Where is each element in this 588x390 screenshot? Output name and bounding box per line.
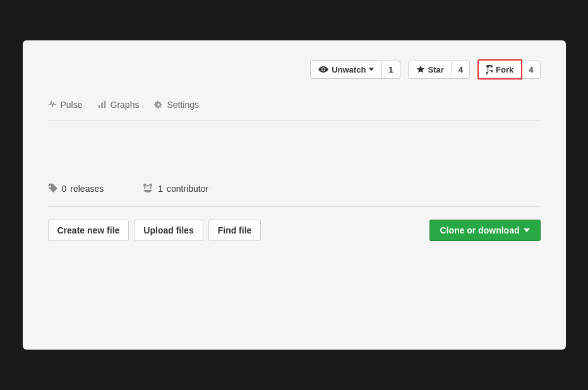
contributors-label: contributor bbox=[167, 184, 208, 194]
star-count[interactable]: 4 bbox=[452, 61, 470, 79]
clone-or-download-button[interactable]: Clone or download bbox=[429, 220, 541, 241]
upload-files-button[interactable]: Upload files bbox=[134, 220, 203, 241]
clone-or-download-label: Clone or download bbox=[440, 225, 520, 235]
dropdown-icon bbox=[369, 67, 374, 72]
contributors-stat[interactable]: 1 contributor bbox=[141, 184, 208, 194]
fork-icon bbox=[486, 64, 493, 74]
eye-icon bbox=[318, 64, 328, 74]
pulse-icon bbox=[48, 100, 57, 109]
star-group: Star 4 bbox=[408, 61, 471, 79]
unwatch-group: Unwatch 1 bbox=[310, 60, 400, 79]
nav-tabs: Pulse Graphs Settings bbox=[48, 97, 541, 121]
graphs-icon bbox=[98, 100, 107, 109]
tab-pulse-label: Pulse bbox=[61, 100, 83, 110]
content-area bbox=[48, 121, 541, 171]
settings-icon bbox=[154, 100, 163, 109]
releases-stat[interactable]: 0 releases bbox=[48, 184, 104, 194]
tab-pulse[interactable]: Pulse bbox=[48, 97, 83, 112]
tab-graphs[interactable]: Graphs bbox=[98, 97, 140, 112]
svg-rect-0 bbox=[98, 105, 100, 108]
fork-count[interactable]: 4 bbox=[522, 61, 540, 79]
tab-settings-label: Settings bbox=[167, 100, 199, 110]
top-actions-bar: Unwatch 1 Star 4 Fork bbox=[48, 59, 541, 80]
releases-count: 0 bbox=[62, 184, 67, 194]
tab-settings[interactable]: Settings bbox=[154, 97, 199, 112]
fork-label: Fork bbox=[496, 65, 513, 74]
fork-button[interactable]: Fork bbox=[477, 59, 522, 80]
stats-row: 0 releases 1 contributor bbox=[48, 171, 541, 207]
main-card: Unwatch 1 Star 4 Fork bbox=[23, 40, 566, 350]
bottom-actions: Create new file Upload files Find file C… bbox=[48, 207, 541, 241]
star-button[interactable]: Star bbox=[408, 61, 452, 79]
star-label: Star bbox=[428, 65, 444, 74]
unwatch-label: Unwatch bbox=[332, 65, 366, 74]
releases-label: releases bbox=[70, 184, 104, 194]
tab-graphs-label: Graphs bbox=[111, 100, 140, 110]
contributors-count: 1 bbox=[158, 184, 163, 194]
svg-rect-1 bbox=[101, 103, 103, 109]
dropdown-arrow-icon bbox=[524, 228, 530, 233]
create-new-file-button[interactable]: Create new file bbox=[48, 220, 129, 241]
unwatch-count[interactable]: 1 bbox=[382, 61, 400, 79]
people-icon bbox=[141, 184, 154, 194]
star-icon bbox=[416, 65, 425, 74]
tag-icon bbox=[48, 184, 58, 194]
svg-rect-2 bbox=[104, 101, 105, 108]
find-file-button[interactable]: Find file bbox=[208, 220, 261, 241]
fork-group: Fork 4 bbox=[477, 59, 540, 80]
unwatch-button[interactable]: Unwatch bbox=[310, 60, 382, 79]
